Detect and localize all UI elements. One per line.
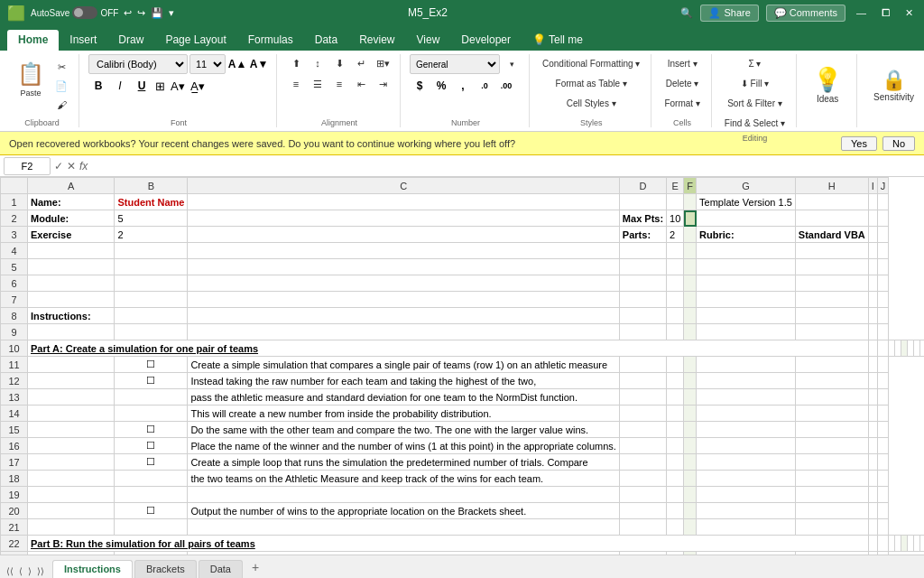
cell-G13[interactable] xyxy=(697,389,796,406)
cell-D18[interactable] xyxy=(619,471,666,487)
cell-H20[interactable] xyxy=(795,503,868,519)
accounting-button[interactable]: $ xyxy=(410,77,430,95)
cell-G21[interactable] xyxy=(697,519,796,536)
cell-A16[interactable] xyxy=(28,438,115,454)
cell-E3[interactable]: 2 xyxy=(667,227,684,243)
cell-D1[interactable] xyxy=(619,194,666,210)
row-header[interactable]: 10 xyxy=(1,340,28,357)
close-button[interactable]: ✕ xyxy=(901,7,917,19)
cell-E18[interactable] xyxy=(667,471,684,487)
increase-indent-button[interactable]: ⇥ xyxy=(373,75,393,93)
cell-H2[interactable] xyxy=(795,210,868,227)
cell-H11[interactable] xyxy=(795,357,868,373)
cell-F14[interactable] xyxy=(684,406,697,422)
cell-C21[interactable] xyxy=(188,519,619,536)
cell-D15[interactable] xyxy=(619,422,666,438)
paste-button[interactable]: 📋 Paste xyxy=(13,54,49,105)
cell-B9[interactable] xyxy=(115,324,188,340)
row-header[interactable]: 17 xyxy=(1,454,28,471)
cell-G12[interactable] xyxy=(697,373,796,389)
sheet-tab-data[interactable]: Data xyxy=(199,560,243,578)
cell-F3[interactable] xyxy=(684,227,697,243)
cell-J4[interactable] xyxy=(877,243,889,259)
cell-I8[interactable] xyxy=(868,308,877,324)
cell-reference[interactable] xyxy=(4,157,51,175)
cell-E12[interactable] xyxy=(667,373,684,389)
cell-I7[interactable] xyxy=(868,292,877,308)
cell-G23[interactable] xyxy=(697,552,796,555)
cell-C14[interactable]: This will create a new number from insid… xyxy=(188,406,619,422)
cell-B1[interactable]: Student Name xyxy=(115,194,188,210)
cell-J7[interactable] xyxy=(877,292,889,308)
cell-A12[interactable] xyxy=(28,373,115,389)
sensitivity-button[interactable]: 🔒 Sensitivity xyxy=(866,54,921,116)
cell-I11[interactable] xyxy=(868,357,877,373)
cell-A14[interactable] xyxy=(28,406,115,422)
row-header[interactable]: 6 xyxy=(1,275,28,292)
cell-C8[interactable] xyxy=(188,308,619,324)
cell-I21[interactable] xyxy=(868,519,877,536)
cell-E10[interactable] xyxy=(895,340,901,357)
cell-H14[interactable] xyxy=(795,406,868,422)
tab-developer[interactable]: Developer xyxy=(450,30,522,51)
cell-C3[interactable] xyxy=(188,227,619,243)
cell-A23[interactable] xyxy=(28,552,115,555)
undo-icon[interactable]: ↩ xyxy=(124,7,132,19)
cell-A11[interactable] xyxy=(28,357,115,373)
tab-home[interactable]: Home xyxy=(7,30,59,51)
col-header-B[interactable]: B xyxy=(115,178,188,194)
autosave-toggle[interactable]: AutoSave OFF xyxy=(31,6,118,19)
col-header-J[interactable]: J xyxy=(877,178,889,194)
number-format-select[interactable]: General xyxy=(410,54,500,74)
delete-cells-button[interactable]: Delete ▾ xyxy=(661,74,703,92)
cell-H13[interactable] xyxy=(795,389,868,406)
formula-check[interactable]: ✓ xyxy=(54,160,63,172)
cell-G1[interactable]: Template Version 1.5 xyxy=(697,194,796,210)
row-header[interactable]: 9 xyxy=(1,324,28,340)
cell-I9[interactable] xyxy=(868,324,877,340)
align-left-button[interactable]: ≡ xyxy=(286,75,306,93)
tab-pagelayout[interactable]: Page Layout xyxy=(154,30,236,51)
cell-G8[interactable] xyxy=(697,308,796,324)
ideas-button[interactable]: 💡 Ideas xyxy=(806,54,849,116)
cell-I10[interactable] xyxy=(920,340,924,357)
cell-G15[interactable] xyxy=(697,422,796,438)
tab-prev-button[interactable]: ⟨ xyxy=(16,564,25,578)
cell-J11[interactable] xyxy=(877,357,889,373)
col-header-I[interactable]: I xyxy=(868,178,877,194)
cell-B22[interactable] xyxy=(868,536,877,552)
sheet-tab-instructions[interactable]: Instructions xyxy=(52,560,133,578)
cell-D7[interactable] xyxy=(619,292,666,308)
restore-button[interactable]: ⧠ xyxy=(877,7,894,18)
yes-button[interactable]: Yes xyxy=(841,136,877,151)
cell-F17[interactable] xyxy=(684,454,697,471)
align-center-button[interactable]: ☰ xyxy=(308,75,328,93)
align-bottom-button[interactable]: ⬇ xyxy=(329,54,349,72)
tab-last-button[interactable]: ⟩⟩ xyxy=(34,564,47,578)
cell-G11[interactable] xyxy=(697,357,796,373)
cell-F19[interactable] xyxy=(684,487,697,503)
cell-H8[interactable] xyxy=(795,308,868,324)
cell-A5[interactable] xyxy=(28,259,115,275)
cell-H4[interactable] xyxy=(795,243,868,259)
sheet-tab-brackets[interactable]: Brackets xyxy=(134,560,197,578)
format-as-table-button[interactable]: Format as Table ▾ xyxy=(539,74,643,92)
cell-J9[interactable] xyxy=(877,324,889,340)
cell-J14[interactable] xyxy=(877,406,889,422)
cell-A19[interactable] xyxy=(28,487,115,503)
cell-J18[interactable] xyxy=(877,471,889,487)
row-header[interactable]: 14 xyxy=(1,406,28,422)
cell-A2[interactable]: Module: xyxy=(28,210,115,227)
cell-F7[interactable] xyxy=(684,292,697,308)
cell-C12[interactable]: Instead taking the raw number for each t… xyxy=(188,373,619,389)
col-header-F[interactable]: F xyxy=(684,178,697,194)
row-header[interactable]: 8 xyxy=(1,308,28,324)
cell-E2[interactable]: 10 xyxy=(667,210,684,227)
cell-E22[interactable] xyxy=(895,536,901,552)
cell-G19[interactable] xyxy=(697,487,796,503)
tab-formulas[interactable]: Formulas xyxy=(237,30,304,51)
cell-J3[interactable] xyxy=(877,227,889,243)
cell-E8[interactable] xyxy=(667,308,684,324)
cell-G3[interactable]: Rubric: xyxy=(697,227,796,243)
cell-J21[interactable] xyxy=(877,519,889,536)
